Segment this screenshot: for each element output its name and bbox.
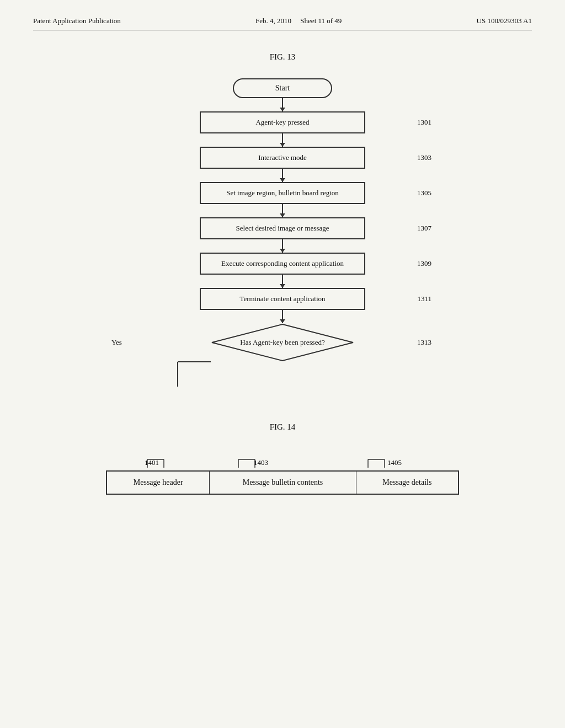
ref-1309: 1309	[417, 259, 431, 268]
node-1309: Execute corresponding content applicatio…	[200, 253, 365, 275]
ref-1303: 1303	[417, 153, 431, 162]
page: Patent Application Publication Feb. 4, 2…	[0, 0, 565, 728]
start-node: Start	[233, 78, 332, 98]
flow-start: Start	[145, 78, 420, 98]
arrow-2	[282, 133, 283, 147]
header-right: US 100/029303 A1	[477, 17, 532, 25]
flow-row-1313: Yes Has Agent-key been pressed? 1313	[145, 323, 420, 362]
yes-label: Yes	[111, 338, 122, 347]
arrow-4	[282, 204, 283, 217]
col-message-header: Message header	[106, 471, 210, 494]
arrow-7	[282, 310, 283, 323]
flow-row-1309: Execute corresponding content applicatio…	[145, 253, 420, 275]
fig13-section: FIG. 13 Start Agent-key pressed 1301 Int…	[33, 52, 532, 389]
node-1303: Interactive mode	[200, 147, 365, 169]
ref-1305: 1305	[417, 189, 431, 197]
page-header: Patent Application Publication Feb. 4, 2…	[33, 17, 532, 30]
fig14-section: FIG. 14 1401 1403	[33, 422, 532, 495]
arrow-5	[282, 239, 283, 253]
flow-row-1303: Interactive mode 1303	[145, 147, 420, 169]
ref-1301: 1301	[417, 118, 431, 127]
flow-row-1311: Terminate content application 1311	[145, 288, 420, 310]
col-bulletin-contents: Message bulletin contents	[210, 471, 356, 494]
ref-1311: 1311	[417, 295, 431, 303]
fig13-flowchart: Start Agent-key pressed 1301 Interactive…	[145, 78, 420, 362]
node-1301: Agent-key pressed	[200, 111, 365, 133]
bracket-1403	[214, 448, 324, 470]
node-1313: Has Agent-key been pressed?	[211, 323, 354, 362]
fig14-label-row: 1401 1403 140	[106, 448, 459, 470]
flow-row-1307: Select desired image or message 1307	[145, 217, 420, 239]
node-1305: Set image region, bulletin board region	[200, 182, 365, 204]
arrow-3	[282, 169, 283, 182]
flow-row-1305: Set image region, bulletin board region …	[145, 182, 420, 204]
ref-1313: 1313	[417, 338, 431, 347]
ref-1307: 1307	[417, 224, 431, 233]
bracket-1405	[343, 448, 454, 470]
fig13-title: FIG. 13	[270, 52, 296, 62]
header-left: Patent Application Publication	[33, 17, 121, 25]
node-1307: Select desired image or message	[200, 217, 365, 239]
arrow-1	[282, 98, 283, 111]
col-message-details: Message details	[356, 471, 459, 494]
flow-row-1301: Agent-key pressed 1301	[145, 111, 420, 133]
fig14-container: 1401 1403 140	[106, 448, 459, 495]
fig14-title: FIG. 14	[270, 422, 296, 432]
table-row: Message header Message bulletin contents…	[106, 471, 459, 494]
node-1311: Terminate content application	[200, 288, 365, 310]
diamond-text-1313: Has Agent-key been pressed?	[240, 338, 324, 347]
fig14-table: Message header Message bulletin contents…	[106, 470, 459, 495]
arrow-6	[282, 275, 283, 288]
header-date: Feb. 4, 2010 Sheet 11 of 49	[255, 17, 342, 25]
bracket-1401	[106, 448, 216, 470]
